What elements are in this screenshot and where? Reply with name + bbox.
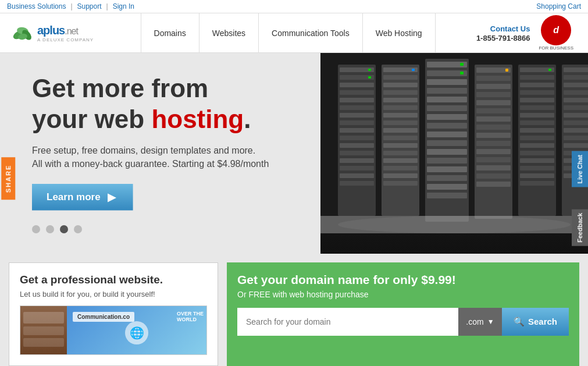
contact-info: Contact Us 1-855-791-8866 [476,23,530,42]
bottom-section: Get a professional website. Let us build… [0,254,588,366]
feedback-tab[interactable]: Feedback [572,209,588,246]
website-preview-image: Communication.co 🌐 OVER THEWORLD [20,305,207,355]
hero-subtitle-2: All with a money-back guarantee. Startin… [32,159,556,169]
deluxe-tagline: FOR BUSINESS [539,45,573,51]
website-card-title: Get a professional website. [20,273,207,286]
shopping-cart-link[interactable]: Shopping Cart [536,2,581,10]
contact-us-link[interactable]: Contact Us [490,24,530,33]
logo-aplus: aplus [37,24,65,37]
tld-selector[interactable]: .com ▼ [458,308,502,336]
top-bar: Business Solutions | Support | Sign In S… [0,0,588,13]
website-card: Get a professional website. Let us build… [9,262,218,366]
header-right: Contact Us 1-855-791-8866 d FOR BUSINESS [476,15,582,51]
share-tab[interactable]: SHARE [1,158,15,200]
hero-section: Get more from your web hosting. Free set… [0,53,588,254]
logo-icon [12,22,34,44]
hero-subtitle-1: Free setup, free domains, design templat… [32,145,556,156]
nav-web-hosting[interactable]: Web Hosting [363,13,436,53]
nav-domains[interactable]: Domains [141,13,199,53]
tld-dropdown-icon: ▼ [487,318,494,326]
nav-websites[interactable]: Websites [199,13,259,53]
nav-sign-in[interactable]: Sign In [113,2,134,10]
nav-communication-tools[interactable]: Communication Tools [259,13,363,53]
contact-phone: 1-855-791-8866 [476,34,530,42]
domain-search-input[interactable] [237,308,458,336]
logo[interactable]: aplus.net A DELUXE COMPANY [6,22,99,44]
learn-more-button[interactable]: Learn more ▶ [32,184,133,211]
logo-tagline: A DELUXE COMPANY [37,37,94,42]
dot-4[interactable] [74,225,82,233]
header: aplus.net A DELUXE COMPANY Domains Websi… [0,13,588,53]
arrow-icon: ▶ [108,191,116,204]
domain-search-bar: .com ▼ 🔍 Search [237,308,569,336]
sep1: | [70,2,72,10]
logo-text: aplus.net A DELUXE COMPANY [37,24,94,42]
dot-3[interactable] [60,225,68,233]
live-chat-tab[interactable]: Live Chat [572,151,588,187]
deluxe-logo: d FOR BUSINESS [539,15,573,51]
dot-1[interactable] [32,225,40,233]
hero-title: Get more from your web hosting. [32,73,556,135]
search-icon: 🔍 [514,317,525,327]
carousel-dots [32,225,556,233]
main-nav: Domains Websites Communication Tools Web… [141,13,436,53]
nav-support[interactable]: Support [77,2,102,10]
domain-card-title: Get your domain name for only $9.99! [237,273,569,287]
domain-card: Get your domain name for only $9.99! Or … [227,262,579,366]
dot-2[interactable] [46,225,54,233]
hero-content: Get more from your web hosting. Free set… [0,53,588,254]
aplus-logo-leaves [12,22,34,44]
sep2: | [106,2,108,10]
nav-business-solutions[interactable]: Business Solutions [7,2,66,10]
website-card-subtitle: Let us build it for you, or build it you… [20,290,207,299]
domain-card-subtitle: Or FREE with web hosting purchase [237,290,569,299]
domain-search-button[interactable]: 🔍 Search [502,308,569,336]
